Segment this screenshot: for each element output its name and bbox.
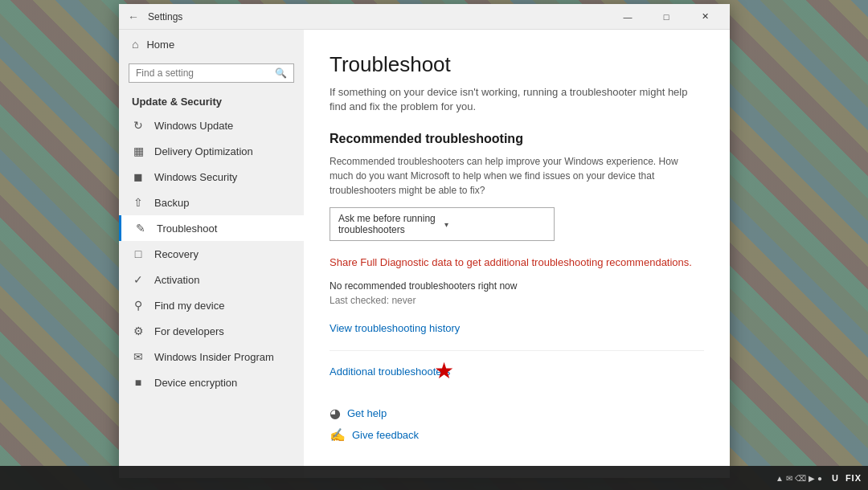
chevron-down-icon: ▾: [444, 220, 546, 229]
sidebar-item-label-encryption: Device encryption: [154, 377, 237, 389]
developers-icon: ⚙: [132, 325, 145, 337]
sidebar-item-recovery[interactable]: □ Recovery: [119, 241, 304, 267]
main-panel: Troubleshoot If something on your device…: [304, 30, 730, 478]
sidebar-item-label-developers: For developers: [154, 325, 224, 337]
security-icon: ◼: [132, 170, 145, 183]
search-box[interactable]: 🔍: [129, 63, 294, 83]
get-help-row: ◕ Get help: [330, 406, 704, 421]
encryption-icon: ■: [132, 376, 145, 389]
find-device-icon: ⚲: [132, 299, 145, 312]
window-controls: — □ ✕: [609, 4, 723, 30]
taskbar-label-u: U: [832, 473, 839, 483]
sidebar-item-delivery-optimization[interactable]: ▦ Delivery Optimization: [119, 138, 304, 164]
divider: [330, 350, 704, 351]
sidebar-item-label-activation: Activation: [154, 274, 199, 286]
get-help-link[interactable]: Get help: [347, 407, 387, 419]
dropdown-value: Ask me before running troubleshooters: [338, 213, 440, 235]
backup-icon: ⇧: [132, 196, 145, 209]
sidebar-item-label-recovery: Recovery: [154, 248, 199, 260]
troubleshoot-icon: ✎: [134, 222, 147, 235]
sidebar-item-home[interactable]: ⌂ Home: [119, 30, 304, 59]
windows-update-icon: ↻: [132, 119, 145, 132]
troubleshooter-dropdown[interactable]: Ask me before running troubleshooters ▾: [330, 207, 555, 241]
recommended-section-description: Recommended troubleshooters can help imp…: [330, 154, 704, 198]
sidebar-item-device-encryption[interactable]: ■ Device encryption: [119, 370, 304, 395]
search-input[interactable]: [136, 67, 275, 79]
title-bar: ← Settings — □ ✕: [119, 4, 730, 30]
sidebar-item-backup[interactable]: ⇧ Backup: [119, 190, 304, 215]
give-feedback-link[interactable]: Give feedback: [352, 429, 419, 441]
diagnostic-link[interactable]: Share Full Diagnostic data to get additi…: [330, 255, 704, 270]
sidebar-item-label-insider: Windows Insider Program: [154, 351, 274, 363]
view-history-link[interactable]: View troubleshooting history: [330, 322, 704, 334]
sidebar-item-label-find-device: Find my device: [154, 300, 224, 312]
no-troubleshooters-text: No recommended troubleshooters right now: [330, 280, 704, 292]
home-label: Home: [146, 39, 174, 51]
taskbar-icon-3: ⌫: [795, 474, 806, 483]
recommended-section-title: Recommended troubleshooting: [330, 132, 704, 146]
home-icon: ⌂: [132, 38, 138, 51]
sidebar-item-label-delivery: Delivery Optimization: [154, 145, 253, 157]
sidebar-item-label-security: Windows Security: [154, 171, 237, 183]
back-button[interactable]: ←: [125, 9, 141, 25]
sidebar-item-for-developers[interactable]: ⚙ For developers: [119, 318, 304, 344]
settings-window: ← Settings — □ ✕ ⌂ Home 🔍 Update & Secur…: [119, 4, 730, 478]
taskbar-icon-4: ▶: [809, 474, 815, 483]
delivery-icon: ▦: [132, 145, 145, 157]
sidebar-item-label-windows-update: Windows Update: [154, 120, 233, 132]
give-feedback-row: ✍ Give feedback: [330, 427, 704, 443]
get-help-icon: ◕: [330, 406, 341, 421]
close-button[interactable]: ✕: [686, 4, 723, 30]
sidebar-item-windows-security[interactable]: ◼ Windows Security: [119, 164, 304, 190]
additional-troubleshooters-row: Additional troubleshooters ★: [330, 364, 450, 378]
taskbar: ▲ ✉ ⌫ ▶ ● U FIX: [0, 466, 868, 490]
sidebar: ⌂ Home 🔍 Update & Security ↻ Windows Upd…: [119, 30, 304, 478]
taskbar-icon-1: ▲: [776, 474, 784, 483]
additional-troubleshooters-link[interactable]: Additional troubleshooters: [330, 365, 450, 378]
page-description: If something on your device isn't workin…: [330, 85, 704, 114]
sidebar-item-find-my-device[interactable]: ⚲ Find my device: [119, 292, 304, 318]
sidebar-item-windows-update[interactable]: ↻ Windows Update: [119, 112, 304, 138]
search-icon[interactable]: 🔍: [275, 67, 287, 79]
sidebar-section-label: Update & Security: [119, 88, 304, 112]
sidebar-item-windows-insider[interactable]: ✉ Windows Insider Program: [119, 344, 304, 370]
insider-icon: ✉: [132, 350, 145, 363]
sidebar-item-troubleshoot[interactable]: ✎ Troubleshoot: [119, 215, 304, 241]
sidebar-item-label-troubleshoot: Troubleshoot: [157, 223, 217, 235]
sidebar-item-label-backup: Backup: [154, 197, 189, 209]
give-feedback-icon: ✍: [330, 427, 346, 443]
taskbar-icon-2: ✉: [786, 474, 792, 483]
window-body: ⌂ Home 🔍 Update & Security ↻ Windows Upd…: [119, 30, 730, 478]
taskbar-system-icons: ▲ ✉ ⌫ ▶ ●: [776, 474, 822, 483]
last-checked-text: Last checked: never: [330, 295, 704, 306]
page-title: Troubleshoot: [330, 52, 704, 77]
window-title: Settings: [148, 11, 182, 22]
activation-icon: ✓: [132, 273, 145, 286]
minimize-button[interactable]: —: [609, 4, 646, 30]
taskbar-label-fix: FIX: [845, 473, 862, 483]
taskbar-icon-5: ●: [817, 474, 822, 483]
maximize-button[interactable]: □: [648, 4, 685, 30]
recovery-icon: □: [132, 247, 145, 260]
sidebar-item-activation[interactable]: ✓ Activation: [119, 267, 304, 292]
